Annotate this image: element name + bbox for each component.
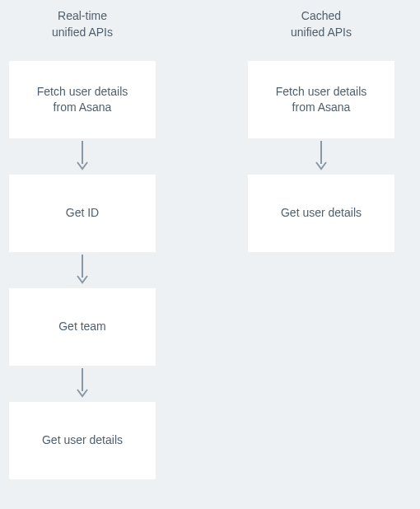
column-cached: Cached unified APIs Fetch user details f…	[247, 8, 395, 253]
arrow-down-icon-svg	[77, 368, 88, 399]
arrow-down-icon-svg	[77, 141, 88, 172]
arrow-down-icon-svg	[315, 141, 327, 172]
arrow-down-icon	[77, 253, 88, 287]
column-realtime: Real-time unified APIs Fetch user detail…	[8, 8, 156, 480]
step-realtime-2: Get team	[8, 287, 156, 367]
step-cached-0: Fetch user details from Asana	[247, 60, 395, 139]
arrow-down-icon	[315, 139, 327, 174]
step-realtime-0: Fetch user details from Asana	[8, 60, 156, 139]
step-realtime-3: Get user details	[8, 401, 156, 480]
arrow-down-icon-svg	[77, 254, 88, 286]
arrow-down-icon	[77, 367, 88, 401]
flow-diagram: Real-time unified APIs Fetch user detail…	[0, 0, 420, 497]
step-realtime-1: Get ID	[8, 174, 156, 253]
step-cached-1: Get user details	[247, 174, 395, 253]
column-title-realtime: Real-time unified APIs	[52, 8, 113, 40]
column-title-cached: Cached unified APIs	[291, 8, 352, 40]
arrow-down-icon	[77, 139, 88, 174]
